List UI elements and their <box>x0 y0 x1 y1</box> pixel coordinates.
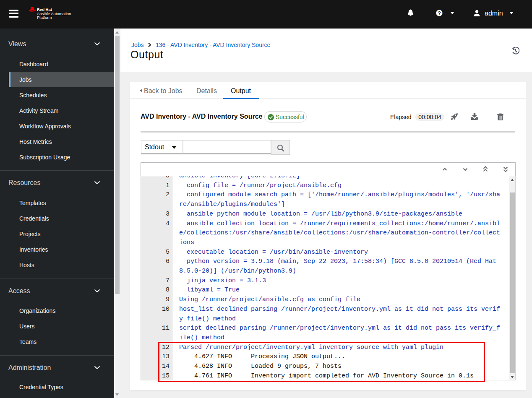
svg-text:?: ? <box>438 10 441 16</box>
